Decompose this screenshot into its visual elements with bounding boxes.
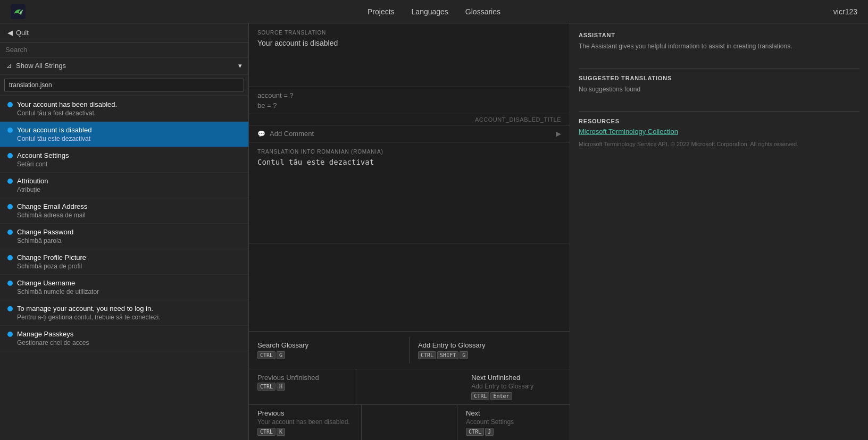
list-item-title: Change Email Address	[17, 202, 87, 210]
source-label: SOURCE TRANSLATION	[257, 30, 561, 36]
assistant-text: The Assistant gives you helpful informat…	[579, 41, 859, 51]
main-content: ◀ Quit Show All Strings translation.json…	[0, 23, 868, 440]
source-translation-section: SOURCE TRANSLATION Your account is disab…	[249, 23, 570, 87]
quit-arrow-icon: ◀	[7, 29, 13, 37]
chevron-down-icon	[238, 62, 242, 70]
add-glossary-button[interactable]: Add Entry to Glossary CTRL SHIFT G	[410, 337, 570, 363]
translation-label: TRANSLATION INTO ROMANIAN (ROMANIA)	[257, 149, 561, 155]
previous-label: Previous	[257, 409, 353, 417]
list-item[interactable]: Change Password Schimbă parola	[0, 224, 248, 249]
kbd-h: H	[277, 383, 285, 391]
previous-subtitle: Your account has been disabled.	[257, 418, 353, 426]
nav-glossaries[interactable]: Glossaries	[465, 7, 500, 16]
resource-link[interactable]: Microsoft Terminology Collection	[579, 128, 678, 136]
search-glossary-button[interactable]: Search Glossary CTRL G	[249, 337, 410, 363]
status-dot	[7, 153, 13, 158]
kbd-ctrl: CTRL	[471, 392, 489, 400]
helper-be: be = ?	[257, 101, 561, 109]
list-item[interactable]: Change Username Schimbă numele de utiliz…	[0, 275, 248, 300]
list-item-subtitle: Schimbă parola	[7, 237, 242, 244]
prev-unfinished-button[interactable]: Previous Unfinished CTRL H	[249, 369, 356, 404]
spacer-item	[356, 369, 463, 404]
prev-unfinished-label: Previous Unfinished	[257, 374, 347, 382]
list-item-title: Manage Passkeys	[17, 330, 73, 338]
list-item[interactable]: To manage your account, you need to log …	[0, 300, 248, 326]
kbd-g: G	[277, 351, 285, 359]
list-item[interactable]: Attribution Atribuție	[0, 173, 248, 198]
list-item-top: Account Settings	[7, 151, 242, 159]
prev-unfinished-shortcut: CTRL H	[257, 383, 347, 391]
kbd-ctrl: CTRL	[257, 428, 276, 436]
filename-label: translation.json	[4, 79, 244, 91]
next-unfinished-label: Next Unfinished	[471, 374, 561, 382]
list-item-top: Your account has been disabled.	[7, 100, 242, 108]
list-item-subtitle: Schimbă numele de utilizator	[7, 288, 242, 295]
list-item-title: To manage your account, you need to log …	[17, 304, 153, 312]
helper-account: account = ?	[257, 91, 561, 99]
filter-label: Show All Strings	[16, 62, 66, 70]
list-item[interactable]: Your account has been disabled. Contul t…	[0, 96, 248, 122]
kbd-ctrl: CTRL	[257, 351, 276, 359]
next-shortcut: CTRL J	[466, 428, 561, 436]
glossary-section: Search Glossary CTRL G Add Entry to Glos…	[249, 332, 570, 369]
status-dot	[7, 128, 13, 133]
next-button[interactable]: Next Account Settings CTRL J	[457, 405, 570, 440]
kbd-k: K	[277, 428, 285, 436]
translation-section: TRANSLATION INTO ROMANIAN (ROMANIA)	[249, 142, 570, 243]
list-item[interactable]: Manage Passkeys Gestionare chei de acces	[0, 326, 248, 351]
divider	[579, 111, 859, 112]
list-item[interactable]: Change Email Address Schimbă adresa de m…	[0, 198, 248, 224]
assistant-title: ASSISTANT	[579, 32, 859, 38]
list-item[interactable]: Change Profile Picture Schimbă poza de p…	[0, 249, 248, 275]
bottom-nav-section: Previous Your account has been disabled.…	[249, 405, 570, 440]
list-item-top: Change Username	[7, 279, 242, 287]
previous-button[interactable]: Previous Your account has been disabled.…	[249, 405, 362, 440]
list-item-title: Change Profile Picture	[17, 253, 86, 261]
status-dot	[7, 255, 13, 260]
next-unfinished-shortcut: CTRL Enter	[471, 392, 561, 400]
next-label: Next	[466, 409, 561, 417]
list-item-title: Change Password	[17, 228, 73, 236]
status-dot	[7, 230, 13, 235]
search-input[interactable]	[5, 46, 243, 54]
comment-bubble-icon	[257, 130, 265, 138]
list-item-subtitle: Setări cont	[7, 160, 242, 168]
kbd-g: G	[460, 351, 468, 359]
app-logo-icon	[11, 4, 26, 19]
previous-shortcut: CTRL K	[257, 428, 353, 436]
list-item-subtitle: Contul tău este dezactivat	[7, 135, 242, 142]
sidebar: ◀ Quit Show All Strings translation.json…	[0, 23, 249, 440]
list-item-title: Your account is disabled	[17, 126, 91, 134]
status-dot	[7, 204, 13, 209]
copyright-text: Microsoft Terminology Service API. © 202…	[579, 140, 859, 149]
list-item-subtitle: Schimbă adresa de mail	[7, 211, 242, 219]
nav-projects[interactable]: Projects	[368, 7, 395, 16]
suggested-text: No suggestions found	[579, 84, 859, 94]
list-item-top: Change Password	[7, 228, 242, 236]
search-container	[0, 43, 248, 57]
assistant-section: ASSISTANT The Assistant gives you helpfu…	[579, 32, 859, 51]
list-item-subtitle: Atribuție	[7, 186, 242, 193]
center-panel: SOURCE TRANSLATION Your account is disab…	[249, 23, 570, 440]
kbd-j: J	[485, 428, 494, 436]
filter-left: Show All Strings	[6, 62, 66, 70]
list-item-title: Your account has been disabled.	[17, 100, 117, 108]
string-list: Your account has been disabled. Contul t…	[0, 96, 248, 440]
list-item[interactable]: Account Settings Setări cont	[0, 147, 248, 173]
list-item-subtitle: Pentru a-ți gestiona contul, trebuie să …	[7, 314, 242, 321]
search-glossary-shortcut: CTRL G	[257, 351, 400, 359]
list-item-top: Change Profile Picture	[7, 253, 242, 261]
search-glossary-label: Search Glossary	[257, 341, 400, 349]
list-item[interactable]: Your account is disabled Contul tău este…	[0, 122, 248, 147]
filter-row[interactable]: Show All Strings	[0, 57, 248, 74]
status-dot	[7, 179, 13, 184]
add-comment-row[interactable]: Add Comment ▶	[249, 125, 570, 142]
add-comment-arrow-icon: ▶	[556, 130, 561, 138]
status-dot	[7, 102, 13, 107]
nav-languages[interactable]: Languages	[412, 7, 448, 16]
right-panel: ASSISTANT The Assistant gives you helpfu…	[570, 23, 868, 440]
next-unfinished-button[interactable]: Next Unfinished Add Entry to Glossary CT…	[463, 369, 570, 404]
translation-input[interactable]	[257, 158, 561, 200]
quit-button[interactable]: ◀ Quit	[0, 23, 248, 43]
string-key: ACCOUNT_DISABLED_TITLE	[475, 116, 561, 123]
